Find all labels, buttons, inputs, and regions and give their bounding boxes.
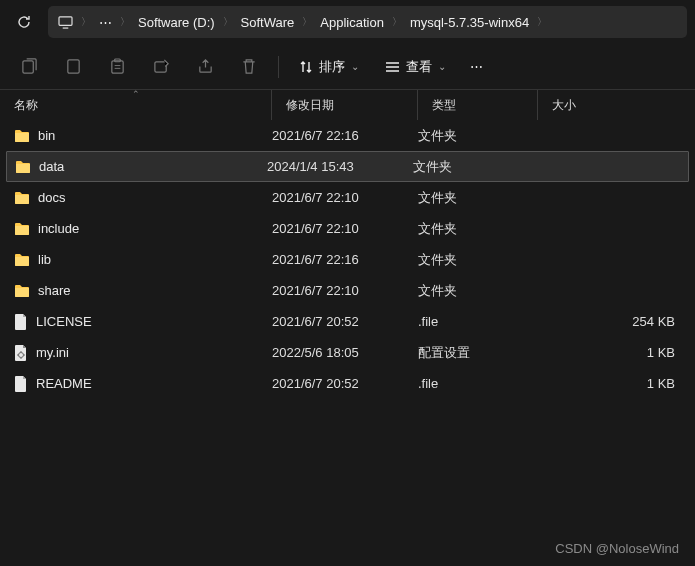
paste-icon	[109, 58, 126, 75]
folder-icon	[14, 222, 30, 236]
chevron-right-icon: 〉	[535, 15, 549, 29]
trash-icon	[241, 58, 257, 75]
folder-icon	[14, 253, 30, 267]
sort-menu[interactable]: 排序 ⌄	[289, 50, 369, 84]
file-name-cell: data	[15, 159, 267, 174]
file-icon	[14, 376, 28, 392]
file-row[interactable]: README2021/6/7 20:52.file1 KB	[0, 368, 695, 399]
file-list: bin2021/6/7 22:16文件夹data2024/1/4 15:43文件…	[0, 120, 695, 399]
file-name-cell: LICENSE	[14, 314, 272, 330]
view-label: 查看	[406, 58, 432, 76]
breadcrumb-item[interactable]: Application	[320, 15, 384, 30]
rename-button[interactable]	[142, 50, 180, 84]
file-type: 文件夹	[418, 189, 538, 207]
file-date: 2021/6/7 20:52	[272, 314, 418, 329]
paste-button[interactable]	[98, 50, 136, 84]
file-name: lib	[38, 252, 51, 267]
file-row[interactable]: bin2021/6/7 22:16文件夹	[0, 120, 695, 151]
file-row[interactable]: share2021/6/7 22:10文件夹	[0, 275, 695, 306]
more-icon[interactable]: ⋯	[99, 15, 112, 30]
column-label: 修改日期	[286, 97, 334, 114]
svg-rect-2	[67, 60, 78, 73]
list-icon	[385, 61, 400, 73]
breadcrumb-item[interactable]: Software (D:)	[138, 15, 215, 30]
file-date: 2021/6/7 22:16	[272, 252, 418, 267]
file-size: 1 KB	[538, 376, 695, 391]
rename-icon	[153, 58, 170, 75]
file-name: share	[38, 283, 71, 298]
file-type: .file	[418, 376, 538, 391]
file-name-cell: docs	[14, 190, 272, 205]
file-date: 2021/6/7 22:10	[272, 283, 418, 298]
breadcrumb[interactable]: 〉 ⋯ 〉 Software (D:) 〉 SoftWare 〉 Applica…	[48, 6, 687, 38]
chevron-right-icon: 〉	[221, 15, 235, 29]
copy-button[interactable]	[54, 50, 92, 84]
folder-icon	[14, 129, 30, 143]
file-type: 文件夹	[418, 127, 538, 145]
view-menu[interactable]: 查看 ⌄	[375, 50, 456, 84]
file-name: include	[38, 221, 79, 236]
file-name: docs	[38, 190, 65, 205]
file-type: 文件夹	[413, 158, 533, 176]
folder-icon	[14, 191, 30, 205]
file-type: 文件夹	[418, 220, 538, 238]
file-type: .file	[418, 314, 538, 329]
folder-icon	[14, 284, 30, 298]
file-date: 2021/6/7 22:10	[272, 190, 418, 205]
refresh-icon	[16, 14, 32, 30]
file-name-cell: my.ini	[14, 345, 272, 361]
column-headers: ⌃ 名称 修改日期 类型 大小	[0, 90, 695, 120]
file-name-cell: share	[14, 283, 272, 298]
svg-rect-1	[22, 61, 32, 73]
sort-caret-icon: ⌃	[132, 89, 140, 99]
share-button[interactable]	[186, 50, 224, 84]
separator	[278, 56, 279, 78]
file-type: 文件夹	[418, 251, 538, 269]
svg-rect-5	[154, 62, 165, 72]
breadcrumb-item[interactable]: mysql-5.7.35-winx64	[410, 15, 529, 30]
breadcrumb-item[interactable]: SoftWare	[241, 15, 295, 30]
copy-icon	[65, 58, 82, 75]
file-icon	[14, 314, 28, 330]
file-type: 配置设置	[418, 344, 538, 362]
svg-rect-3	[111, 61, 122, 73]
cut-icon	[21, 58, 38, 75]
file-row[interactable]: lib2021/6/7 22:16文件夹	[0, 244, 695, 275]
refresh-button[interactable]	[8, 6, 40, 38]
folder-icon	[15, 160, 31, 174]
file-date: 2022/5/6 18:05	[272, 345, 418, 360]
file-row[interactable]: data2024/1/4 15:43文件夹	[6, 151, 689, 182]
chevron-right-icon: 〉	[118, 15, 132, 29]
column-header-type[interactable]: 类型	[418, 90, 538, 120]
monitor-icon	[58, 16, 73, 29]
chevron-right-icon: 〉	[390, 15, 404, 29]
more-menu[interactable]: ⋯	[462, 50, 493, 84]
toolbar: 排序 ⌄ 查看 ⌄ ⋯	[0, 44, 695, 90]
file-name-cell: README	[14, 376, 272, 392]
more-icon: ⋯	[470, 59, 485, 74]
file-row[interactable]: my.ini2022/5/6 18:05配置设置1 KB	[0, 337, 695, 368]
file-name: README	[36, 376, 92, 391]
delete-button[interactable]	[230, 50, 268, 84]
file-name: data	[39, 159, 64, 174]
file-name: LICENSE	[36, 314, 92, 329]
chevron-down-icon: ⌄	[438, 61, 446, 72]
file-name-cell: include	[14, 221, 272, 236]
file-icon	[14, 345, 28, 361]
file-row[interactable]: include2021/6/7 22:10文件夹	[0, 213, 695, 244]
file-name-cell: bin	[14, 128, 272, 143]
file-row[interactable]: docs2021/6/7 22:10文件夹	[0, 182, 695, 213]
column-header-date[interactable]: 修改日期	[272, 90, 418, 120]
column-header-size[interactable]: 大小	[538, 90, 695, 120]
file-size: 254 KB	[538, 314, 695, 329]
chevron-right-icon: 〉	[79, 15, 93, 29]
file-name: my.ini	[36, 345, 69, 360]
column-header-name[interactable]: ⌃ 名称	[0, 90, 272, 120]
column-label: 大小	[552, 97, 576, 114]
file-name: bin	[38, 128, 55, 143]
chevron-down-icon: ⌄	[351, 61, 359, 72]
file-date: 2021/6/7 20:52	[272, 376, 418, 391]
file-row[interactable]: LICENSE2021/6/7 20:52.file254 KB	[0, 306, 695, 337]
chevron-right-icon: 〉	[300, 15, 314, 29]
cut-button[interactable]	[10, 50, 48, 84]
